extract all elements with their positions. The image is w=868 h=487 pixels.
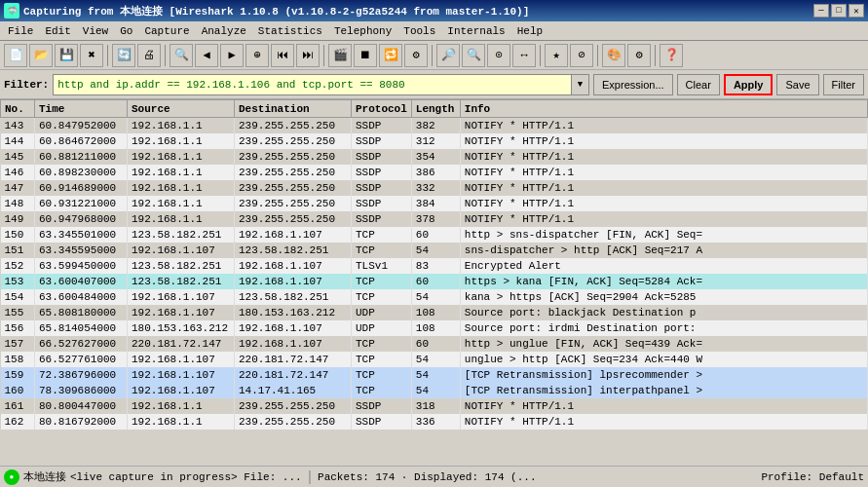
info-cell: NOTIFY * HTTP/1.1 <box>460 118 867 133</box>
table-row[interactable]: 14560.881211000192.168.1.1239.255.255.25… <box>1 149 868 165</box>
col-header-destination[interactable]: Destination <box>235 100 352 118</box>
col-header-protocol[interactable]: Protocol <box>352 100 412 118</box>
help-tb-button[interactable]: ❓ <box>660 44 683 67</box>
len-cell: 354 <box>411 149 460 165</box>
table-row[interactable]: 15463.600484000192.168.1.107123.58.182.2… <box>1 289 868 305</box>
proto-cell: TCP <box>352 289 412 305</box>
new-capture-button[interactable]: 📄 <box>4 44 27 67</box>
col-header-length[interactable]: Length <box>411 100 460 118</box>
expression-button[interactable]: Expression... <box>593 74 673 95</box>
normal-size-button[interactable]: ⊙ <box>487 44 510 67</box>
table-row[interactable]: 15363.600407000123.58.182.251192.168.1.1… <box>1 274 868 289</box>
clear-button[interactable]: Clear <box>677 74 720 95</box>
time-cell: 63.345595000 <box>35 243 128 258</box>
len-cell: 54 <box>411 289 460 305</box>
proto-cell: TCP <box>352 243 412 258</box>
table-row[interactable]: 15766.527627000220.181.72.147192.168.1.1… <box>1 336 868 352</box>
status-separator: | <box>306 469 314 485</box>
proto-cell: TLSv1 <box>352 258 412 274</box>
table-row[interactable]: 14360.847952000192.168.1.1239.255.255.25… <box>1 118 868 133</box>
minimize-button[interactable]: ─ <box>813 4 829 18</box>
preferences-button[interactable]: ⚙ <box>627 44 651 67</box>
filter-dropdown-button[interactable]: ▼ <box>572 74 589 95</box>
time-cell: 60.947968000 <box>35 211 128 227</box>
close-capture-button[interactable]: ✖ <box>80 44 103 67</box>
colorize-button[interactable]: 🎨 <box>602 44 625 67</box>
table-row[interactable]: 15263.599450000123.58.182.251192.168.1.1… <box>1 258 868 274</box>
col-header-no[interactable]: No. <box>1 100 35 118</box>
proto-cell: SSDP <box>352 165 412 180</box>
proto-cell: SSDP <box>352 211 412 227</box>
table-row[interactable]: 14860.931221000192.168.1.1239.255.255.25… <box>1 196 868 211</box>
table-row[interactable]: 16280.816792000192.168.1.1239.255.255.25… <box>1 414 868 430</box>
table-row[interactable]: 16078.309686000192.168.1.10714.17.41.165… <box>1 383 868 398</box>
go-back-button[interactable]: ◀ <box>195 44 218 67</box>
info-cell: NOTIFY * HTTP/1.1 <box>460 211 867 227</box>
table-row[interactable]: 15163.345595000192.168.1.107123.58.182.2… <box>1 243 868 258</box>
dest-cell: 220.181.72.147 <box>235 352 352 367</box>
packet-table-container[interactable]: No. Time Source Destination Protocol Len… <box>0 99 868 450</box>
col-header-info[interactable]: Info <box>460 100 867 118</box>
restart-button[interactable]: 🔁 <box>379 44 402 67</box>
stop-capture-button[interactable]: ⏹ <box>354 44 377 67</box>
go-last-button[interactable]: ⏭ <box>296 44 320 67</box>
menu-capture[interactable]: Capture <box>138 23 195 39</box>
table-row[interactable]: 14460.864672000192.168.1.1239.255.255.25… <box>1 133 868 149</box>
menu-telephony[interactable]: Telephony <box>328 23 397 39</box>
find-button[interactable]: 🔍 <box>170 44 193 67</box>
mark-button[interactable]: ★ <box>545 44 568 67</box>
save-filter-button[interactable]: Save <box>776 74 818 95</box>
no-cell: 144 <box>1 133 35 149</box>
table-row[interactable]: 16180.800447000192.168.1.1239.255.255.25… <box>1 398 868 414</box>
close-button[interactable]: ✕ <box>849 4 864 18</box>
table-row[interactable]: 15866.527761000192.168.1.107220.181.72.1… <box>1 352 868 367</box>
col-header-time[interactable]: Time <box>35 100 128 118</box>
menu-file[interactable]: File <box>2 23 39 39</box>
table-row[interactable]: 15665.814054000180.153.163.212192.168.1.… <box>1 320 868 336</box>
dest-cell: 239.255.255.250 <box>235 133 352 149</box>
apply-button[interactable]: Apply <box>724 74 774 95</box>
table-row[interactable]: 14760.914689000192.168.1.1239.255.255.25… <box>1 180 868 196</box>
zoom-out-button[interactable]: 🔍 <box>462 44 485 67</box>
proto-cell: TCP <box>352 352 412 367</box>
ignore-button[interactable]: ⊘ <box>570 44 593 67</box>
table-row[interactable]: 15063.345501000123.58.182.251192.168.1.1… <box>1 227 868 243</box>
len-cell: 60 <box>411 274 460 289</box>
menu-tools[interactable]: Tools <box>397 23 441 39</box>
menu-view[interactable]: View <box>77 23 114 39</box>
toolbar-sep-2 <box>165 45 166 66</box>
menu-go[interactable]: Go <box>114 23 138 39</box>
menu-edit[interactable]: Edit <box>39 23 76 39</box>
table-row[interactable]: 14660.898230000192.168.1.1239.255.255.25… <box>1 165 868 180</box>
go-to-button[interactable]: ⊕ <box>245 44 269 67</box>
filter-button[interactable]: Filter <box>823 74 864 95</box>
table-row[interactable]: 15565.808180000192.168.1.107180.153.163.… <box>1 305 868 320</box>
no-cell: 156 <box>1 320 35 336</box>
menu-statistics[interactable]: Statistics <box>252 23 328 39</box>
table-row[interactable]: 15972.386796000192.168.1.107220.181.72.1… <box>1 367 868 383</box>
zoom-in-button[interactable]: 🔎 <box>436 44 460 67</box>
no-cell: 158 <box>1 352 35 367</box>
col-header-source[interactable]: Source <box>128 100 235 118</box>
time-cell: 66.527627000 <box>35 336 128 352</box>
go-first-button[interactable]: ⏮ <box>271 44 294 67</box>
save-capture-button[interactable]: 💾 <box>55 44 78 67</box>
filter-input[interactable] <box>53 74 572 95</box>
maximize-button[interactable]: □ <box>831 4 847 18</box>
menu-help[interactable]: Help <box>511 23 548 39</box>
capture-options-button[interactable]: ⚙ <box>404 44 428 67</box>
print-button[interactable]: 🖨 <box>137 44 161 67</box>
dest-cell: 239.255.255.250 <box>235 149 352 165</box>
table-row[interactable]: 14960.947968000192.168.1.1239.255.255.25… <box>1 211 868 227</box>
start-capture-button[interactable]: 🎬 <box>328 44 352 67</box>
resize-columns-button[interactable]: ↔ <box>512 44 536 67</box>
menu-analyze[interactable]: Analyze <box>196 23 252 39</box>
menu-internals[interactable]: Internals <box>441 23 510 39</box>
dest-cell: 239.255.255.250 <box>235 398 352 414</box>
time-cell: 80.816792000 <box>35 414 128 430</box>
go-forward-button[interactable]: ▶ <box>220 44 244 67</box>
source-cell: 192.168.1.1 <box>128 211 235 227</box>
reload-button[interactable]: 🔄 <box>112 44 135 67</box>
open-button[interactable]: 📂 <box>29 44 53 67</box>
info-cell: https > kana [FIN, ACK] Seq=5284 Ack= <box>460 274 867 289</box>
